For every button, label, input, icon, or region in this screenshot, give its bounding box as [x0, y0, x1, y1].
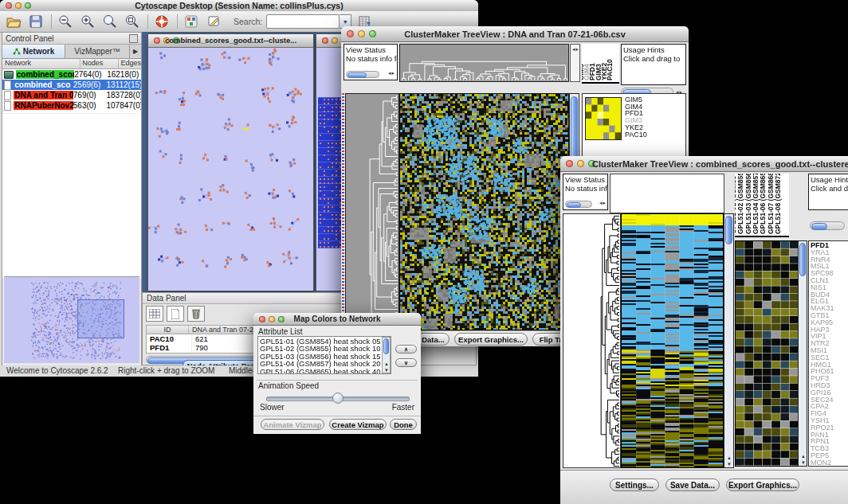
- window-title: Cytoscape Desktop (Session Name: collins…: [0, 0, 478, 11]
- edit-network-icon[interactable]: [205, 14, 222, 29]
- zoom-fit-icon[interactable]: [101, 14, 119, 29]
- tv1-correlation-matrix[interactable]: [585, 97, 622, 140]
- treeview1-title: ClusterMaker TreeView : DNA and Tran 07-…: [341, 29, 689, 39]
- network-list-row[interactable]: DNA and Tran 07769(0)183728(0): [2, 90, 141, 100]
- control-panel-title: Control Panel: [6, 34, 54, 43]
- animation-speed-label: Animation Speed: [258, 381, 319, 390]
- usage-hints-title: Usage Hints: [811, 175, 848, 184]
- column-label[interactable]: GPL51-08 (GSM872): [774, 174, 782, 234]
- move-down-button[interactable]: ∨: [395, 358, 417, 367]
- data-panel-title: Data Panel: [147, 294, 186, 303]
- gene-label[interactable]: PAC10: [625, 131, 681, 139]
- tv2-right-vscrollbar[interactable]: ▲ ▼: [798, 240, 807, 467]
- minimize-button[interactable]: [332, 37, 338, 44]
- page-icon: [4, 91, 11, 100]
- tv2-heatmap[interactable]: [621, 213, 724, 468]
- treeview2-window: ClusterMaker TreeView : combined_scores_…: [560, 156, 848, 504]
- col-network[interactable]: Network: [2, 59, 80, 68]
- tv1-row-marks: [342, 93, 344, 329]
- col-edges[interactable]: Edges: [119, 59, 141, 68]
- view-status-scrollbar[interactable]: [346, 71, 379, 78]
- tv2-button-bar: Settings... Save Data... Export Graphics…: [560, 470, 848, 504]
- close-button[interactable]: [322, 37, 328, 44]
- zoom-in-icon[interactable]: [79, 14, 96, 29]
- tv2-gene-panel: PFD1YRA1RNR4MSL1SPC98CLN1NIS1BUD4ELG1MAK…: [808, 240, 848, 467]
- attribute-list[interactable]: GPL51-01 (GSM854) heat shock 05 minGPL51…: [257, 336, 391, 374]
- move-up-button[interactable]: ∧: [395, 345, 417, 354]
- scroll-arrows[interactable]: ◂▸: [599, 198, 607, 207]
- zoom-out-icon[interactable]: [57, 14, 74, 29]
- tv1-view-status-panel: View Status No status info for ◂▸: [344, 44, 398, 80]
- search-input[interactable]: [266, 14, 340, 29]
- network-canvas[interactable]: [148, 48, 312, 290]
- search-label: Search:: [234, 17, 262, 26]
- faster-label: Faster: [392, 403, 414, 412]
- page-icon: [4, 80, 11, 90]
- open-folder-icon[interactable]: [5, 14, 22, 29]
- tv2-vscrollbar[interactable]: ▲ ▼: [724, 213, 734, 468]
- tv1-export-graphics-button[interactable]: Export Graphics...: [454, 333, 528, 346]
- usage-hints-title: Usage Hints: [623, 45, 684, 54]
- treeview2-titlebar[interactable]: ClusterMaker TreeView : combined_scores_…: [560, 156, 848, 172]
- network-view-title: combined_scores_good.txt--cluste...: [148, 34, 313, 47]
- gene-label[interactable]: MON2: [811, 459, 848, 467]
- animate-vizmap-button[interactable]: Animate Vizmap: [261, 419, 324, 430]
- attribute-list-label: Attribute List: [258, 327, 303, 336]
- done-button[interactable]: Done: [390, 419, 417, 430]
- column-label[interactable]: GPL51-02 (GSM855): [736, 174, 744, 234]
- column-label[interactable]: GPL51-06 (GSM865): [759, 174, 767, 234]
- treeview2-title: ClusterMaker TreeView : combined_scores_…: [560, 159, 848, 169]
- data-col-id[interactable]: ID: [147, 326, 189, 334]
- tv1-row-dendrogram[interactable]: [345, 93, 399, 330]
- tv1-heatmap[interactable]: [399, 93, 569, 330]
- float-panel-icon[interactable]: [129, 34, 138, 43]
- tv1-column-dendrogram[interactable]: [399, 44, 569, 82]
- network-list: combined_scores2764(0)16218(0)combined_s…: [2, 69, 141, 113]
- map-colors-dialog: Map Colors to Network Attribute List GPL…: [253, 313, 421, 434]
- delete-attribute-icon[interactable]: [187, 306, 205, 322]
- tv2-gene-list: PFD1YRA1RNR4MSL1SPC98CLN1NIS1BUD4ELG1MAK…: [809, 241, 848, 467]
- tv1-usage-hints-panel: Usage Hints Click and drag to: [621, 44, 686, 85]
- network-list-row[interactable]: combined_scores2764(0)16218(0): [2, 69, 141, 80]
- page-icon: [4, 101, 11, 111]
- tv2-save-data-button[interactable]: Save Data...: [665, 479, 720, 491]
- tab-network[interactable]: Network: [2, 45, 65, 58]
- control-panel: Control Panel Network VizMapper™ ▶ Netwo…: [2, 32, 142, 366]
- create-vizmap-button[interactable]: Create Vizmap: [329, 419, 387, 430]
- view-status-message: No status info for: [565, 184, 606, 193]
- tv2-row-dendrogram[interactable]: [563, 213, 621, 468]
- tab-vizmapper[interactable]: VizMapper™: [65, 45, 129, 58]
- birdseye-view[interactable]: [4, 276, 139, 363]
- network-list-row[interactable]: combined_sco2569(6)13112(15): [2, 80, 141, 90]
- dialog-title: Map Colors to Network: [253, 313, 421, 325]
- network-view-window: combined_scores_good.txt--cluste...: [147, 33, 314, 291]
- attribute-browser-icon[interactable]: [183, 14, 200, 29]
- network-view-titlebar[interactable]: combined_scores_good.txt--cluste...: [148, 34, 313, 48]
- tv2-export-graphics-button[interactable]: Export Graphics...: [726, 479, 799, 491]
- tv2-usage-scrollbar[interactable]: [810, 221, 845, 230]
- network-list-row[interactable]: RNAPuberNov2+563(0)107847(0): [2, 100, 141, 111]
- col-nodes[interactable]: Nodes: [80, 59, 119, 68]
- treeview1-titlebar[interactable]: ClusterMaker TreeView : DNA and Tran 07-…: [341, 26, 689, 42]
- save-icon[interactable]: [27, 14, 45, 29]
- tv2-zoom-heatmap[interactable]: [735, 240, 799, 467]
- tv1-gene-list: GIM5GIM4PFD1GIM3YKE2PAC10: [625, 96, 681, 138]
- tv2-main-white: [610, 174, 724, 213]
- tab-overflow-arrow[interactable]: ▶: [129, 45, 141, 58]
- tv2-settings-button[interactable]: Settings...: [610, 479, 659, 491]
- dialog-titlebar[interactable]: Map Colors to Network: [253, 313, 421, 326]
- table-icon[interactable]: [146, 306, 163, 322]
- animation-slider-thumb[interactable]: [332, 393, 344, 404]
- attribute-list-scrollbar[interactable]: ▲ ▼: [382, 337, 391, 373]
- scroll-arrows[interactable]: ◂▸: [388, 68, 395, 77]
- tv1-arrow-strip[interactable]: ◂▸: [570, 44, 580, 82]
- column-label[interactable]: PAC10: [606, 59, 614, 80]
- cytoscape-titlebar[interactable]: Cytoscape Desktop (Session Name: collins…: [0, 0, 478, 12]
- usage-hints-message: Click and drag: [811, 184, 848, 193]
- zoom-selected-icon[interactable]: [124, 14, 141, 29]
- view-status-scrollbar[interactable]: [565, 201, 592, 208]
- help-ring-icon[interactable]: [153, 14, 171, 29]
- attribute-item[interactable]: GPL51-06 (GSM865) heat shock 40 min: [260, 368, 389, 374]
- new-attribute-icon[interactable]: [167, 306, 184, 322]
- column-label[interactable]: GPL51-07 (GSM868): [767, 174, 775, 234]
